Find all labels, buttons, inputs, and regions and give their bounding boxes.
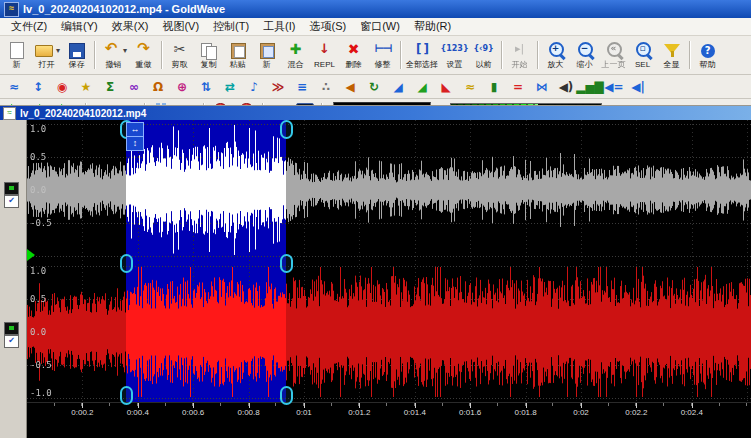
cut-icon: ✂ [169, 42, 191, 60]
reverb-icon[interactable]: ∴ [314, 77, 338, 97]
left-channel-indicator[interactable] [4, 182, 19, 195]
pitch-icon[interactable]: ♪ [242, 77, 266, 97]
zoom-selection-button[interactable]: ▫SEL [628, 41, 657, 70]
cue-home-icon[interactable]: ◀| [626, 77, 650, 97]
doppler-icon[interactable]: ≈ [2, 77, 26, 97]
menu-file[interactable]: 文件(Z) [4, 18, 54, 35]
open-button[interactable]: ▾打开 [31, 41, 62, 70]
previous-markers-button[interactable]: {‹9}以前 [469, 41, 498, 70]
selection-start-handle-bottom[interactable] [120, 386, 133, 405]
menu-control[interactable]: 控制(T) [206, 18, 256, 35]
pan-icon[interactable]: ⇄ [218, 77, 242, 97]
open-dropdown-icon[interactable]: ▾ [56, 46, 60, 55]
maximize-icon[interactable]: ▮ [482, 77, 506, 97]
noise-gate-icon[interactable]: ⋈ [530, 77, 554, 97]
title-bar: ≈ lv_0_20240204102012.mp4 - GoldWave [0, 0, 751, 18]
trim-label: 修整 [375, 60, 391, 69]
flanger-icon[interactable]: ∞ [122, 77, 146, 97]
help-button[interactable]: ?帮助 [693, 41, 722, 70]
filter-icon[interactable]: Σ [98, 77, 122, 97]
reverse-icon[interactable]: ◀ [338, 77, 362, 97]
playback-rate-icon[interactable]: ≫ [266, 77, 290, 97]
undo-button[interactable]: ↶▾撤销 [98, 41, 129, 70]
right-channel-indicator[interactable] [4, 322, 19, 335]
fade-out-icon[interactable]: ◣ [434, 77, 458, 97]
previous-zoom-label: 上一页 [602, 60, 626, 69]
paste-new-button[interactable]: 新 [252, 41, 281, 70]
waveform-canvas[interactable] [27, 120, 751, 402]
menu-window[interactable]: 窗口(W) [353, 18, 407, 35]
copy-icon [198, 42, 220, 60]
match-volume-icon[interactable]: = [506, 77, 530, 97]
zoom-in-button[interactable]: +放大 [541, 41, 570, 70]
document-title-bar[interactable]: ≈ lv_0_20240204102012.mp4 [0, 106, 751, 120]
time-warp-icon[interactable]: ↻ [362, 77, 386, 97]
menu-options[interactable]: 选项(S) [303, 18, 354, 35]
time-axis-label: 0:00.8 [237, 408, 259, 417]
selection-end-handle-top[interactable] [280, 120, 293, 139]
trim-icon: ⊢⊣ [372, 42, 394, 60]
zoom-out-button[interactable]: −缩小 [570, 41, 599, 70]
resample-icon[interactable]: ≡ [290, 77, 314, 97]
zoom-all-button[interactable]: 全显 [657, 41, 686, 70]
menu-edit[interactable]: 编辑(Y) [54, 18, 105, 35]
invert-icon[interactable]: Ω [146, 77, 170, 97]
new-button[interactable]: 新 [2, 41, 31, 70]
speaker-icon[interactable]: ◀) [554, 77, 578, 97]
mix-button[interactable]: ✚混合 [281, 41, 310, 70]
zoom-selection-label: SEL [635, 60, 650, 69]
selection-end-handle-bottom[interactable] [280, 386, 293, 405]
select-all-label: 全部选择 [406, 60, 438, 69]
menu-tool[interactable]: 工具(I) [256, 18, 302, 35]
document-body: ✔ ✔ ↔↕ 0:00.20:00.40:00.60:00.80:010:01.… [0, 120, 751, 438]
volume-icon[interactable]: ◢ [386, 77, 410, 97]
playback-position-marker[interactable] [27, 249, 35, 261]
menu-view[interactable]: 视图(V) [155, 18, 206, 35]
goldwave-window: ≈ lv_0_20240204102012.mp4 - GoldWave 文件(… [0, 0, 751, 438]
select-all-button[interactable]: [ ]全部选择 [404, 41, 440, 70]
selection-flag-move-icon[interactable]: ↔ [126, 122, 144, 137]
waveform-column: ↔↕ 0:00.20:00.40:00.60:00.80:010:01.20:0… [27, 120, 751, 438]
previous-markers-icon: {‹9} [473, 42, 495, 60]
cue-left-icon[interactable]: ◀= [602, 77, 626, 97]
time-axis-label: 0:01 [296, 408, 312, 417]
toolbar-separator [400, 41, 401, 69]
right-channel-checkbox[interactable]: ✔ [4, 335, 19, 348]
menu-effect[interactable]: 效果(X) [105, 18, 156, 35]
eq-bars-icon[interactable]: ▂▅▇ [578, 77, 602, 97]
delete-button[interactable]: ✖删除 [339, 41, 368, 70]
undo-dropdown-icon[interactable]: ▾ [123, 46, 127, 55]
replace-icon: ↓ [314, 42, 336, 60]
mechanize-icon[interactable]: ⊕ [170, 77, 194, 97]
new-label: 新 [13, 60, 21, 69]
dynamics-icon[interactable]: ↕ [26, 77, 50, 97]
paste-icon [227, 42, 249, 60]
menu-help[interactable]: 帮助(R) [407, 18, 458, 35]
start-marker-label: 开始 [512, 60, 528, 69]
fade-in-icon[interactable]: ◢ [410, 77, 434, 97]
offset-icon[interactable]: ⇅ [194, 77, 218, 97]
time-axis-label: 0:01.8 [514, 408, 536, 417]
cut-button[interactable]: ✂剪取 [165, 41, 194, 70]
select-all-icon: [ ] [411, 42, 433, 60]
trim-button[interactable]: ⊢⊣修整 [368, 41, 397, 70]
shape-volume-icon[interactable]: ≈ [458, 77, 482, 97]
redo-button[interactable]: ↷重做 [129, 41, 158, 70]
expander-icon[interactable]: ★ [74, 77, 98, 97]
selection-start-handle-middle[interactable] [120, 254, 133, 273]
cut-label: 剪取 [172, 60, 188, 69]
set-markers-button[interactable]: {123}设置 [440, 41, 469, 70]
selection-end-handle-middle[interactable] [280, 254, 293, 273]
copy-button[interactable]: 复制 [194, 41, 223, 70]
zoom-in-icon: + [545, 42, 567, 60]
time-axis[interactable]: 0:00.20:00.40:00.60:00.80:010:01.20:01.4… [27, 402, 751, 421]
time-axis-minor-ticks [27, 403, 751, 406]
save-icon [66, 42, 88, 60]
replace-button[interactable]: ↓REPL [310, 41, 339, 70]
echo-icon[interactable]: ◉ [50, 77, 74, 97]
time-axis-label: 0:02.2 [625, 408, 647, 417]
left-channel-checkbox[interactable]: ✔ [4, 195, 19, 208]
save-button[interactable]: 保存 [62, 41, 91, 70]
paste-button[interactable]: 粘贴 [223, 41, 252, 70]
selection-flag-wave-icon[interactable]: ↕ [126, 136, 144, 151]
